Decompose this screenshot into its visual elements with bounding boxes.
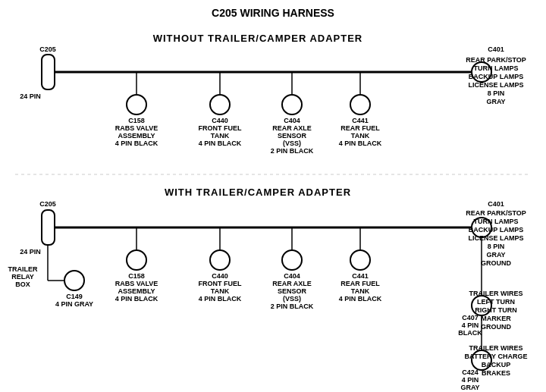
- svg-point-25: [210, 250, 230, 270]
- bot-right-d3: BACKUP LAMPS: [469, 226, 523, 234]
- bot-c441-l2: TANK: [351, 287, 370, 295]
- svg-rect-13: [42, 210, 55, 245]
- svg-point-29: [350, 250, 370, 270]
- top-c158-l1: RABS VALVE: [115, 124, 158, 132]
- bot-left-pins: 24 PIN: [20, 248, 41, 256]
- bot-c407-d5: GROUND: [481, 323, 511, 331]
- top-c441-l3: 4 PIN BLACK: [339, 140, 382, 147]
- top-c158-id: C158: [128, 117, 145, 124]
- bot-relay-label2: RELAY: [11, 273, 34, 281]
- bot-c407-color: BLACK: [458, 329, 482, 337]
- bot-right-d2: TURN LAMPS: [474, 218, 519, 225]
- top-right-color: GRAY: [486, 98, 505, 105]
- top-right-desc1: REAR PARK/STOP: [466, 56, 526, 64]
- top-c440-l3: 4 PIN BLACK: [199, 140, 242, 147]
- bot-c441-l3: 4 PIN BLACK: [339, 295, 382, 303]
- main-title: C205 WIRING HARNESS: [212, 7, 334, 19]
- bot-c440-l3: 4 PIN BLACK: [199, 295, 242, 303]
- svg-point-8: [282, 95, 302, 114]
- bot-c441-l1: REAR FUEL: [340, 280, 380, 287]
- bot-c424-d1: TRAILER WIRES: [469, 344, 523, 352]
- bot-c404-l4: 2 PIN BLACK: [271, 303, 314, 310]
- top-c404-l2: SENSOR: [278, 132, 307, 140]
- bot-c424-pins: 4 PIN: [462, 376, 479, 384]
- svg-point-23: [127, 250, 146, 270]
- top-c440-l2: TANK: [211, 132, 230, 140]
- top-c441-id: C441: [352, 117, 369, 124]
- diagram-container: C205 WIRING HARNESS WITHOUT TRAILER/CAMP…: [0, 0, 546, 392]
- bot-c407-pins: 4 PIN: [462, 321, 479, 329]
- top-c404-id: C404: [284, 117, 300, 124]
- bot-right-pins: 8 PIN: [488, 243, 505, 250]
- top-c440-l1: FRONT FUEL: [199, 124, 242, 132]
- bot-c424-color: GRAY: [460, 384, 479, 391]
- svg-rect-1: [42, 55, 55, 89]
- top-c158-l3: 4 PIN BLACK: [115, 140, 158, 147]
- top-right-pins: 8 PIN: [488, 89, 505, 97]
- bot-c404-l3: (VSS): [283, 295, 301, 303]
- top-c158-l2: ASSEMBLY: [118, 132, 155, 140]
- top-c441-l2: TANK: [351, 132, 370, 140]
- bot-right-d4: LICENSE LAMPS: [468, 234, 523, 242]
- svg-point-10: [350, 95, 370, 114]
- bot-right-ground: GROUND: [481, 259, 511, 267]
- bot-c407-d1: TRAILER WIRES: [469, 290, 523, 297]
- top-right-desc2: TURN LAMPS: [474, 64, 519, 72]
- bot-right-color: GRAY: [486, 251, 505, 259]
- top-c441-l1: REAR FUEL: [340, 124, 380, 132]
- bot-c407-id: C407: [462, 314, 479, 321]
- bot-c407-d2: LEFT TURN: [477, 298, 515, 306]
- bot-c424-d4: BRAKES: [482, 369, 510, 377]
- bot-c424-d2: BATTERY CHARGE: [465, 353, 528, 360]
- svg-point-4: [127, 95, 146, 114]
- top-right-desc4: LICENSE LAMPS: [468, 81, 523, 89]
- bot-c404-l1: REAR AXLE: [272, 280, 312, 287]
- bot-c404-id: C404: [284, 272, 300, 280]
- bot-c149-id: C149: [66, 293, 83, 300]
- bot-right-id: C401: [488, 200, 504, 208]
- top-right-id: C401: [488, 45, 504, 53]
- bot-left-id: C205: [39, 200, 56, 208]
- bottom-section-title: WITH TRAILER/CAMPER ADAPTER: [165, 187, 351, 198]
- bot-c424-id: C424: [462, 368, 479, 376]
- top-c404-l1: REAR AXLE: [272, 124, 312, 132]
- top-c404-l4: 2 PIN BLACK: [271, 147, 314, 155]
- bot-c158-l3: 4 PIN BLACK: [115, 295, 158, 303]
- bot-c424-d3: BACKUP: [482, 361, 511, 368]
- bot-c149-pins: 4 PIN GRAY: [55, 300, 93, 308]
- svg-point-6: [210, 95, 230, 114]
- bot-c440-l2: TANK: [211, 287, 230, 295]
- bot-c407-d4: MARKER: [481, 315, 511, 322]
- bot-relay-label1: TRAILER: [8, 265, 38, 273]
- bot-c158-id: C158: [128, 272, 145, 280]
- bot-c158-l2: ASSEMBLY: [118, 287, 155, 295]
- bot-relay-label3: BOX: [15, 281, 30, 288]
- top-c404-l3: (VSS): [283, 140, 301, 147]
- top-section-title: WITHOUT TRAILER/CAMPER ADAPTER: [153, 33, 363, 44]
- top-left-pins: 24 PIN: [20, 93, 41, 100]
- bot-c441-id: C441: [352, 272, 369, 280]
- svg-point-16: [64, 271, 84, 290]
- bot-c440-l1: FRONT FUEL: [199, 280, 242, 287]
- top-right-desc3: BACKUP LAMPS: [469, 73, 523, 80]
- top-c440-id: C440: [212, 117, 228, 124]
- bot-right-d1: REAR PARK/STOP: [466, 209, 526, 217]
- bot-c407-d3: RIGHT TURN: [475, 306, 517, 314]
- bot-c158-l1: RABS VALVE: [115, 280, 158, 287]
- top-left-id: C205: [39, 45, 56, 53]
- bot-c440-id: C440: [212, 272, 228, 280]
- svg-point-27: [282, 250, 302, 270]
- bot-c404-l2: SENSOR: [278, 287, 307, 295]
